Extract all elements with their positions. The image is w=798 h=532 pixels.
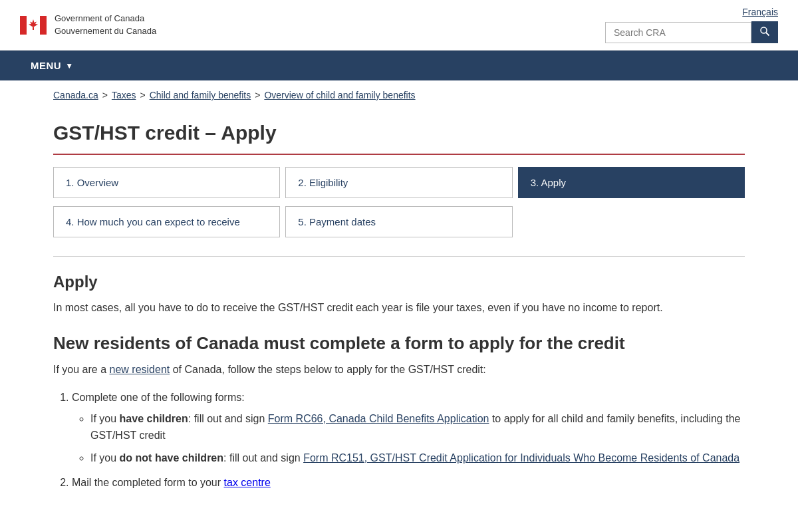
step-eligibility[interactable]: 2. Eligibility <box>285 167 512 198</box>
list-item-1-text: Complete one of the following forms: <box>72 392 245 403</box>
divider <box>53 256 745 257</box>
sub-item-children-middle: : fill out and sign <box>188 413 268 424</box>
header-top: Government of Canada Gouvernement du Can… <box>0 0 798 51</box>
search-form <box>605 21 778 43</box>
sub-list-item-no-children: If you do not have children: fill out an… <box>90 450 745 467</box>
breadcrumb: Canada.ca > Taxes > Child and family ben… <box>53 80 745 110</box>
sub-item-children-bold: have children <box>120 413 188 424</box>
apply-intro: In most cases, all you have to do to rec… <box>53 299 745 317</box>
list-item-1: Complete one of the following forms: If … <box>72 389 745 466</box>
new-residents-intro: If you are a new resident of Canada, fol… <box>53 361 745 378</box>
form-rc151-link[interactable]: Form RC151, GST/HST Credit Application f… <box>303 452 739 464</box>
svg-line-6 <box>766 33 769 36</box>
government-name: Government of Canada Gouvernement du Can… <box>55 13 156 37</box>
breadcrumb-sep-3: > <box>255 90 260 100</box>
page-title: GST/HST credit – Apply <box>53 122 745 155</box>
list-item-2-text-start: Mail the completed form to your <box>72 477 224 488</box>
francais-link[interactable]: Français <box>742 7 778 17</box>
breadcrumb-canada[interactable]: Canada.ca <box>53 90 98 100</box>
search-input[interactable] <box>605 22 751 43</box>
steps-list: Complete one of the following forms: If … <box>53 389 745 491</box>
tax-centre-link[interactable]: tax centre <box>224 477 271 488</box>
breadcrumb-child-family[interactable]: Child and family benefits <box>150 90 251 100</box>
chevron-down-icon: ▼ <box>65 61 73 70</box>
sub-item-children-prefix: If you <box>90 413 120 424</box>
breadcrumb-overview[interactable]: Overview of child and family benefits <box>264 90 415 100</box>
breadcrumb-sep-1: > <box>102 90 108 100</box>
new-residents-title: New residents of Canada must complete a … <box>53 332 745 355</box>
new-residents-intro-start: If you are a <box>53 364 110 375</box>
canada-flag-icon <box>20 16 47 35</box>
steps-nav-row2: 4. How much you can expect to receive 5.… <box>53 206 745 237</box>
list-item-2: Mail the completed form to your tax cent… <box>72 474 745 491</box>
breadcrumb-taxes[interactable]: Taxes <box>112 90 136 100</box>
step-how-much[interactable]: 4. How much you can expect to receive <box>53 206 280 237</box>
sub-list: If you have children: fill out and sign … <box>72 410 745 467</box>
svg-rect-2 <box>40 16 47 35</box>
header-top-right: Français <box>605 7 778 43</box>
sub-list-item-children: If you have children: fill out and sign … <box>90 410 745 444</box>
main-content: Canada.ca > Taxes > Child and family ben… <box>33 80 765 526</box>
menu-label: MENU <box>31 60 61 71</box>
step-overview[interactable]: 1. Overview <box>53 167 280 198</box>
search-icon <box>759 26 770 37</box>
apply-section-title: Apply <box>53 273 745 291</box>
new-residents-intro-end: of Canada, follow the steps below to app… <box>170 364 486 375</box>
nav-menu: MENU ▼ <box>0 51 798 80</box>
svg-rect-0 <box>20 16 27 35</box>
breadcrumb-sep-2: > <box>140 90 145 100</box>
steps-nav-row1: 1. Overview 2. Eligibility 3. Apply <box>53 167 745 198</box>
sub-item-no-children-bold: do not have children <box>120 452 223 464</box>
search-button[interactable] <box>751 21 778 43</box>
svg-rect-4 <box>33 27 34 30</box>
sub-item-no-children-prefix: If you <box>90 452 120 464</box>
form-rc66-link[interactable]: Form RC66, Canada Child Benefits Applica… <box>268 413 489 424</box>
step-apply[interactable]: 3. Apply <box>518 167 745 198</box>
sub-item-no-children-middle: : fill out and sign <box>223 452 303 464</box>
step-payment-dates[interactable]: 5. Payment dates <box>285 206 512 237</box>
menu-button[interactable]: MENU ▼ <box>20 51 84 80</box>
new-resident-link[interactable]: new resident <box>110 364 170 375</box>
logo-area: Government of Canada Gouvernement du Can… <box>20 13 156 37</box>
svg-point-5 <box>761 27 767 33</box>
